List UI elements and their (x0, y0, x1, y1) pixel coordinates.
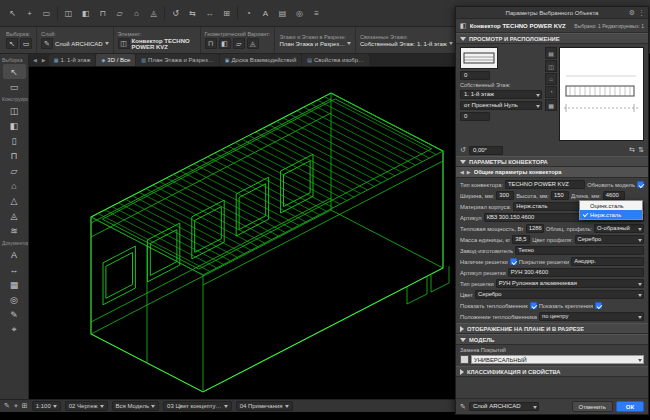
factory-field[interactable]: Техно (515, 246, 644, 255)
3d-canvas[interactable] (29, 67, 455, 399)
cancel-button[interactable]: Отменить (572, 401, 613, 412)
slab-tool-icon[interactable]: ▱ (113, 7, 126, 20)
hx-position-select[interactable]: по центру (539, 312, 644, 321)
stretch-icon[interactable]: ↔ (203, 7, 216, 20)
door-tool-icon[interactable]: ◧ (79, 7, 92, 20)
infobox-home-story-group[interactable]: Связанные Этажи: Собственный Этаж: 1. 1-… (356, 27, 458, 53)
power-field[interactable]: 1286 (526, 224, 544, 233)
roof-tool-icon[interactable]: ⌂ (130, 7, 143, 20)
show-heat-exchanger-checkbox[interactable] (530, 302, 537, 309)
offset-input[interactable]: 0 (460, 112, 490, 121)
rotation-input[interactable]: 0,00° (469, 146, 503, 155)
slab-tool-icon[interactable]: ▱ (3, 163, 26, 178)
rotate-icon[interactable]: ↺ (169, 7, 182, 20)
section-classification[interactable]: КЛАССИФИКАЦИЯ И СВОЙСТВА (456, 366, 648, 377)
grille-color-select[interactable]: Серебро (475, 290, 644, 299)
marquee-tool-icon[interactable]: ▭ (3, 79, 26, 94)
marquee-icon[interactable]: ▭ (40, 7, 53, 20)
dropdown-option[interactable]: Оцинк.сталь (580, 201, 642, 210)
stair-tool-icon[interactable]: ≋ (3, 223, 26, 238)
tab-plan-section[interactable]: ▥ План Этажа и Разрез… (136, 54, 218, 66)
toolbox-section-title[interactable]: Конструирование (0, 94, 28, 103)
layer-value[interactable]: Слой ARCHICAD (55, 41, 103, 47)
wall-tool-icon[interactable]: ◫ (62, 7, 75, 20)
infobox-element-group[interactable]: Элемент: ◫ Конвектор TECHNO POWER KVZ (114, 27, 201, 53)
dropdown-option-selected[interactable]: Нерж.сталь (580, 210, 642, 219)
toolbox-section-title[interactable]: Выборка (0, 55, 28, 64)
roof-tool-icon[interactable]: ⌂ (3, 178, 26, 193)
marquee-icon[interactable]: ▭ (20, 38, 32, 49)
wall-tool-icon[interactable]: ◫ (3, 103, 26, 118)
pencil-icon[interactable]: ✎ (4, 402, 10, 410)
layer-select[interactable]: Слой ARCHICAD (469, 402, 539, 411)
hotspot-tool-icon[interactable]: ⌖ (3, 322, 26, 337)
toolbox-section-title[interactable]: Документирование (0, 238, 28, 247)
arrow-tool-icon[interactable]: ↖ (3, 64, 26, 79)
width-field[interactable]: 300 (496, 191, 514, 200)
section-preview-placement[interactable]: ПРОСМОТР И РАСПОЛОЖЕНИЕ (456, 33, 648, 44)
menu-icon[interactable]: ≡ (310, 7, 323, 20)
section-plan-display[interactable]: ОТОБРАЖЕНИЕ НА ПЛАНЕ И В РАЗРЕЗЕ (456, 323, 648, 334)
geometry-variant-icon[interactable]: ▱ (233, 38, 245, 49)
section-model[interactable]: МОДЕЛЬ (456, 334, 648, 345)
beam-tool-icon[interactable]: ⊓ (3, 148, 26, 163)
tab-3d-view[interactable]: ◆ 3D / Все (96, 54, 135, 66)
zoom-icon[interactable]: ◎ (293, 7, 306, 20)
layers-icon[interactable]: ▤ (276, 7, 289, 20)
text-tool-icon[interactable]: A (3, 247, 26, 262)
tab-nav-back-icon[interactable]: ◀ (31, 54, 39, 66)
story-display-value[interactable]: План Этажа и Разрез… (279, 41, 345, 47)
object-preview[interactable] (559, 47, 644, 141)
length-field[interactable]: 4600 (603, 191, 625, 200)
preview-axo-icon[interactable]: ▦ (545, 99, 557, 111)
object-name[interactable]: Конвектор TECHNO POWER KVZ (470, 23, 572, 29)
convector-type-field[interactable]: TECHNO POWER KVZ (505, 180, 585, 189)
geometry-variant-icon[interactable]: ◬ (247, 38, 259, 49)
window-tool-icon[interactable]: ▯ (3, 133, 26, 148)
grid-icon[interactable]: ⊞ (220, 7, 233, 20)
gear-icon[interactable]: ⚙ (629, 9, 635, 17)
pen-tool-icon[interactable]: ✎ (3, 307, 26, 322)
infobox-layer-group[interactable]: Слой: ✎ Слой ARCHICAD (37, 27, 114, 53)
tab-floor-plan[interactable]: ▦ 1. 1-й этаж (49, 54, 96, 66)
scale-selector[interactable]: 1:100 (32, 401, 61, 411)
model-filter-selector[interactable]: Вся Модель (112, 401, 159, 411)
mesh-tool-icon[interactable]: ◬ (3, 208, 26, 223)
grille-article-field[interactable]: РУН 300.4600 (508, 268, 644, 277)
infobox-story-display-group[interactable]: Этажи и Этажи в Разрезе: План Этажа и Ра… (275, 27, 356, 53)
pen-set-selector[interactable]: 02 Чертеж (65, 401, 108, 411)
grille-checkbox[interactable] (510, 258, 517, 265)
tab-interaction-board[interactable]: ▣ Доска Взаимодействий (220, 54, 302, 66)
mesh-tool-icon[interactable]: ◬ (147, 7, 160, 20)
dialog-titlebar[interactable]: Параметры Выбранного Объекта ⚙ ⋮ (456, 7, 648, 19)
page-forward-icon[interactable]: ▶ (467, 169, 471, 175)
add-icon[interactable]: + (23, 7, 36, 20)
update-model-checkbox[interactable] (637, 181, 644, 188)
grille-cover-field[interactable]: Анодир. (571, 257, 644, 266)
kebab-menu-icon[interactable]: ⋮ (638, 9, 645, 17)
text-tool-icon[interactable]: A (259, 7, 272, 20)
profile-color-select[interactable]: Серебро (575, 235, 644, 244)
home-story-select[interactable]: 1. 1-й этаж (460, 90, 542, 99)
datum-select[interactable]: от Проектный Нуль (460, 101, 542, 110)
shell-tool-icon[interactable]: △ (3, 193, 26, 208)
element-name[interactable]: Конвектор TECHNO POWER KVZ (132, 38, 196, 50)
dimension-tool-icon[interactable]: ↔ (3, 262, 26, 277)
geometry-variant-icon[interactable]: ⊓ (205, 38, 217, 49)
geometry-variant-icon[interactable]: ◧ (219, 38, 231, 49)
grille-type-select[interactable]: РУН Рулонная алюминиевая (496, 279, 644, 288)
mirror-icon[interactable]: ⇆ (186, 7, 199, 20)
arrow-icon[interactable]: ↖ (6, 38, 18, 49)
show-mounts-checkbox[interactable] (595, 302, 602, 309)
angle-input[interactable]: 0 (460, 71, 490, 80)
target-icon[interactable]: ⌖ (14, 402, 18, 410)
section-convector-params[interactable]: ПАРАМЕТРЫ КОНВЕКТОРА (456, 156, 648, 167)
zone-tool-icon[interactable]: ◎ (3, 292, 26, 307)
tab-image-properties[interactable]: ▤ Свойства изобр… (302, 54, 369, 66)
revision-selector[interactable]: 04 Примечания (236, 401, 293, 411)
beam-tool-icon[interactable]: ⊓ (96, 7, 109, 20)
fill-tool-icon[interactable]: ▦ (3, 277, 26, 292)
preview-front-icon[interactable]: ◫ (545, 60, 557, 72)
preview-side-icon[interactable]: ⌂ (545, 73, 557, 85)
preview-plan-icon[interactable]: ▤ (545, 47, 557, 59)
